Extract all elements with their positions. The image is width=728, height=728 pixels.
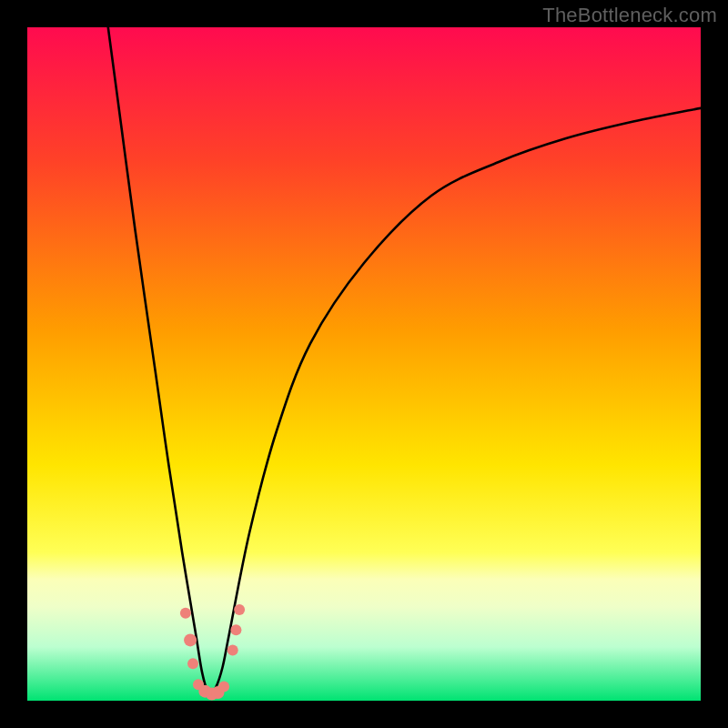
- chart-svg: [27, 27, 701, 701]
- marker-dot: [218, 681, 229, 692]
- marker-dot: [230, 624, 241, 635]
- marker-dot: [228, 645, 238, 656]
- marker-dot: [234, 604, 245, 615]
- watermark-text: TheBottleneck.com: [542, 4, 717, 27]
- chart-frame: TheBottleneck.com: [0, 0, 728, 728]
- plot-area: [27, 27, 701, 701]
- marker-dot: [180, 608, 191, 619]
- marker-dot: [184, 633, 197, 646]
- marker-dot: [187, 658, 198, 669]
